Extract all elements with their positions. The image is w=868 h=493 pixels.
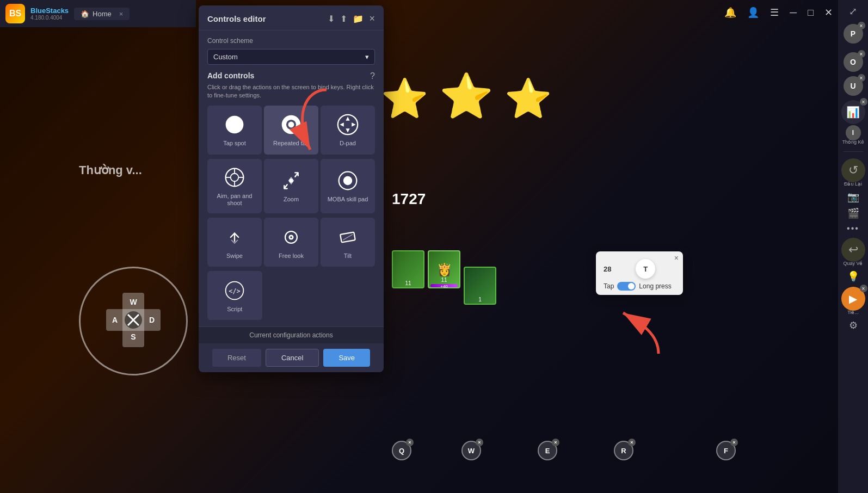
folder-icon[interactable]: 📁 (353, 14, 364, 24)
svg-point-19 (231, 174, 239, 182)
thong-ke-label: Thống Kê (842, 139, 864, 145)
home-tab[interactable]: 🏠 Home × (74, 8, 130, 20)
svg-text:D: D (149, 316, 155, 324)
restore-icon[interactable]: □ (808, 7, 814, 19)
control-repeated-tap[interactable]: Repeated tap (264, 106, 318, 155)
config-actions-label: Current configuration actions (249, 331, 333, 339)
more-icon[interactable]: ••• (847, 224, 859, 233)
zoom-icon (279, 169, 303, 193)
svg-point-12 (288, 122, 294, 128)
right-sidebar: ⤢ P × O × U × 📊 × I Thống Kê ↺ Đấu Lại 📷… (838, 0, 868, 493)
download-icon[interactable]: ⬇ (328, 14, 335, 24)
repeated-tap-label: Repeated tap (273, 140, 309, 147)
char-3: 1 (464, 267, 496, 305)
config-actions-bar: Current configuration actions (199, 326, 384, 343)
sidebar-dau-lai: ↺ Đấu Lại (841, 158, 865, 187)
controls-grid-row1: Tap spot Repeated tap (207, 106, 375, 155)
quay-ve-icon[interactable]: ↩ (841, 238, 865, 262)
long-press-label: Long press (639, 282, 671, 290)
reset-button[interactable]: Reset (212, 349, 261, 367)
add-controls-section: Add controls ? Click or drag the actions… (199, 71, 384, 326)
d-pad-label: D-pad (340, 140, 356, 147)
controls-editor-dialog: Controls editor ⬇ ⬆ 📁 × Control scheme C… (199, 5, 384, 372)
moba-skill-pad-icon (336, 169, 360, 193)
svg-text:A: A (112, 316, 118, 324)
svg-line-31 (343, 234, 353, 240)
control-d-pad[interactable]: D-pad (321, 106, 375, 155)
tap-label: Tap (604, 282, 614, 290)
key-f[interactable]: F × (716, 441, 736, 460)
tap-key-label: T (643, 265, 648, 273)
control-aim-pan-shoot[interactable]: Aim, pan and shoot (207, 159, 262, 213)
close-tab-icon[interactable]: × (119, 10, 124, 18)
menu-icon[interactable]: ☰ (770, 7, 779, 19)
script-icon: </> (223, 279, 247, 303)
svg-point-29 (290, 236, 292, 238)
svg-marker-16 (340, 123, 343, 127)
control-swipe[interactable]: Swipe (207, 218, 262, 267)
dialog-header-icons: ⬇ ⬆ 📁 (328, 14, 364, 24)
screenrecord-icon[interactable]: 🎬 (847, 207, 859, 219)
control-zoom[interactable]: Zoom (264, 159, 318, 213)
bell-icon[interactable]: 🔔 (724, 7, 736, 19)
user-icon[interactable]: 👤 (747, 7, 759, 19)
key-w-label: W (468, 447, 475, 455)
game-characters: 11 👸 11 +40 1 (392, 250, 496, 305)
control-moba-skill-pad[interactable]: MOBA skill pad (321, 159, 375, 213)
dpad-cross[interactable]: W S A D (101, 287, 166, 355)
control-scheme-section: Control scheme Custom ▾ (199, 30, 384, 71)
help-icon[interactable]: ? (370, 71, 375, 81)
char-1: 11 (392, 250, 424, 288)
sidebar-tien: ▶ × Tiế... (841, 287, 865, 315)
free-look-icon (279, 225, 303, 249)
free-look-label: Free look (279, 252, 304, 260)
dialog-footer: Reset Cancel Save (199, 343, 384, 372)
camera-icon[interactable]: 📷 (847, 191, 859, 203)
svg-marker-15 (346, 128, 349, 132)
svg-point-24 (289, 179, 293, 183)
tap-popup-close[interactable]: × (674, 254, 679, 262)
dau-lai-icon[interactable]: ↺ (841, 158, 865, 182)
control-tap-spot[interactable]: Tap spot (207, 106, 262, 155)
sidebar-quay-ve: ↩ Quay Về (841, 238, 865, 266)
scheme-select[interactable]: Custom ▾ (207, 49, 375, 65)
save-button[interactable]: Save (323, 349, 370, 367)
aim-pan-shoot-label: Aim, pan and shoot (212, 193, 257, 207)
key-o-label: O (850, 58, 856, 66)
close-icon[interactable]: ✕ (824, 7, 833, 19)
key-w-bottom[interactable]: W × (461, 441, 481, 460)
sidebar-key-p: P × (844, 24, 863, 44)
tilt-icon (336, 225, 360, 249)
key-u-label: U (850, 82, 855, 90)
tap-toggle-row: Tap Long press (604, 282, 675, 291)
svg-marker-17 (352, 123, 355, 127)
expand-icon[interactable]: ⤢ (849, 5, 857, 17)
svg-point-26 (343, 176, 352, 185)
tap-long-press-toggle[interactable] (617, 282, 636, 291)
star-3: ⭐ (504, 76, 552, 122)
minimize-icon[interactable]: ─ (790, 7, 797, 19)
light-icon[interactable]: 💡 (847, 270, 859, 282)
upload-icon[interactable]: ⬆ (340, 14, 347, 24)
cancel-button[interactable]: Cancel (266, 349, 319, 367)
sidebar-key-o: O × (844, 52, 863, 72)
key-p-label: P (851, 29, 855, 38)
key-r[interactable]: R × (614, 441, 633, 460)
dpad-area: W S A D (79, 267, 188, 375)
key-e[interactable]: E × (538, 441, 557, 460)
topbar: BS BlueStacks 4.180.0.4004 🏠 Home × (0, 0, 196, 27)
char-2: 👸 11 +40 (428, 250, 460, 288)
script-label: Script (227, 306, 242, 313)
control-script[interactable]: </> Script (207, 271, 262, 320)
key-i-circle[interactable]: I (846, 125, 861, 140)
svg-text:W: W (130, 298, 137, 306)
gear-icon[interactable]: ⚙ (849, 319, 858, 331)
add-controls-title: Add controls (207, 71, 254, 80)
key-q[interactable]: Q × (392, 441, 411, 460)
star-1: ⭐ (381, 76, 428, 122)
control-free-look[interactable]: Free look (264, 218, 318, 267)
dialog-title: Controls editor (207, 14, 266, 23)
control-tilt[interactable]: Tilt (321, 218, 375, 267)
tap-key-button[interactable]: T (636, 259, 655, 279)
dialog-close-button[interactable]: × (369, 13, 375, 24)
